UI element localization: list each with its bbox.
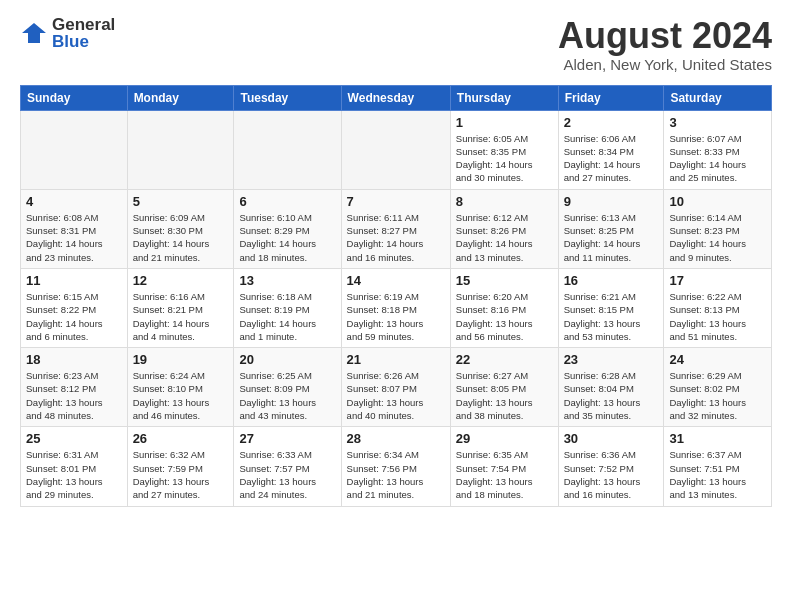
day-number: 5 <box>133 194 229 209</box>
day-info: Sunrise: 6:06 AM Sunset: 8:34 PM Dayligh… <box>564 132 659 185</box>
calendar-cell <box>234 110 341 189</box>
day-info: Sunrise: 6:18 AM Sunset: 8:19 PM Dayligh… <box>239 290 335 343</box>
calendar-cell: 25Sunrise: 6:31 AM Sunset: 8:01 PM Dayli… <box>21 427 128 506</box>
day-info: Sunrise: 6:20 AM Sunset: 8:16 PM Dayligh… <box>456 290 553 343</box>
calendar-cell: 3Sunrise: 6:07 AM Sunset: 8:33 PM Daylig… <box>664 110 772 189</box>
calendar-week-row: 1Sunrise: 6:05 AM Sunset: 8:35 PM Daylig… <box>21 110 772 189</box>
day-number: 7 <box>347 194 445 209</box>
day-number: 8 <box>456 194 553 209</box>
calendar-cell: 7Sunrise: 6:11 AM Sunset: 8:27 PM Daylig… <box>341 189 450 268</box>
calendar-cell: 24Sunrise: 6:29 AM Sunset: 8:02 PM Dayli… <box>664 348 772 427</box>
day-info: Sunrise: 6:37 AM Sunset: 7:51 PM Dayligh… <box>669 448 766 501</box>
calendar-cell: 19Sunrise: 6:24 AM Sunset: 8:10 PM Dayli… <box>127 348 234 427</box>
calendar-cell: 15Sunrise: 6:20 AM Sunset: 8:16 PM Dayli… <box>450 268 558 347</box>
logo-text: General Blue <box>52 16 115 50</box>
day-info: Sunrise: 6:33 AM Sunset: 7:57 PM Dayligh… <box>239 448 335 501</box>
calendar-cell: 13Sunrise: 6:18 AM Sunset: 8:19 PM Dayli… <box>234 268 341 347</box>
calendar-header: SundayMondayTuesdayWednesdayThursdayFrid… <box>21 85 772 110</box>
day-number: 27 <box>239 431 335 446</box>
title-block: August 2024 Alden, New York, United Stat… <box>558 16 772 73</box>
day-number: 9 <box>564 194 659 209</box>
day-info: Sunrise: 6:25 AM Sunset: 8:09 PM Dayligh… <box>239 369 335 422</box>
logo-general: General <box>52 16 115 33</box>
calendar-cell: 4Sunrise: 6:08 AM Sunset: 8:31 PM Daylig… <box>21 189 128 268</box>
calendar-cell: 26Sunrise: 6:32 AM Sunset: 7:59 PM Dayli… <box>127 427 234 506</box>
day-info: Sunrise: 6:10 AM Sunset: 8:29 PM Dayligh… <box>239 211 335 264</box>
weekday-header-thursday: Thursday <box>450 85 558 110</box>
day-info: Sunrise: 6:31 AM Sunset: 8:01 PM Dayligh… <box>26 448 122 501</box>
calendar-cell: 20Sunrise: 6:25 AM Sunset: 8:09 PM Dayli… <box>234 348 341 427</box>
calendar-cell: 21Sunrise: 6:26 AM Sunset: 8:07 PM Dayli… <box>341 348 450 427</box>
calendar-week-row: 11Sunrise: 6:15 AM Sunset: 8:22 PM Dayli… <box>21 268 772 347</box>
day-number: 30 <box>564 431 659 446</box>
page-header: General Blue August 2024 Alden, New York… <box>20 16 772 73</box>
calendar-cell <box>341 110 450 189</box>
day-number: 28 <box>347 431 445 446</box>
day-number: 2 <box>564 115 659 130</box>
weekday-header-wednesday: Wednesday <box>341 85 450 110</box>
day-number: 1 <box>456 115 553 130</box>
day-info: Sunrise: 6:23 AM Sunset: 8:12 PM Dayligh… <box>26 369 122 422</box>
day-info: Sunrise: 6:24 AM Sunset: 8:10 PM Dayligh… <box>133 369 229 422</box>
calendar-cell: 11Sunrise: 6:15 AM Sunset: 8:22 PM Dayli… <box>21 268 128 347</box>
day-info: Sunrise: 6:27 AM Sunset: 8:05 PM Dayligh… <box>456 369 553 422</box>
day-number: 21 <box>347 352 445 367</box>
day-info: Sunrise: 6:35 AM Sunset: 7:54 PM Dayligh… <box>456 448 553 501</box>
day-info: Sunrise: 6:26 AM Sunset: 8:07 PM Dayligh… <box>347 369 445 422</box>
day-info: Sunrise: 6:16 AM Sunset: 8:21 PM Dayligh… <box>133 290 229 343</box>
calendar-cell: 23Sunrise: 6:28 AM Sunset: 8:04 PM Dayli… <box>558 348 664 427</box>
day-number: 4 <box>26 194 122 209</box>
day-info: Sunrise: 6:11 AM Sunset: 8:27 PM Dayligh… <box>347 211 445 264</box>
day-number: 10 <box>669 194 766 209</box>
day-number: 25 <box>26 431 122 446</box>
day-number: 11 <box>26 273 122 288</box>
calendar-week-row: 18Sunrise: 6:23 AM Sunset: 8:12 PM Dayli… <box>21 348 772 427</box>
day-number: 29 <box>456 431 553 446</box>
day-info: Sunrise: 6:14 AM Sunset: 8:23 PM Dayligh… <box>669 211 766 264</box>
calendar-table: SundayMondayTuesdayWednesdayThursdayFrid… <box>20 85 772 507</box>
day-info: Sunrise: 6:28 AM Sunset: 8:04 PM Dayligh… <box>564 369 659 422</box>
day-info: Sunrise: 6:19 AM Sunset: 8:18 PM Dayligh… <box>347 290 445 343</box>
day-info: Sunrise: 6:21 AM Sunset: 8:15 PM Dayligh… <box>564 290 659 343</box>
calendar-cell: 1Sunrise: 6:05 AM Sunset: 8:35 PM Daylig… <box>450 110 558 189</box>
calendar-cell: 10Sunrise: 6:14 AM Sunset: 8:23 PM Dayli… <box>664 189 772 268</box>
day-info: Sunrise: 6:05 AM Sunset: 8:35 PM Dayligh… <box>456 132 553 185</box>
calendar-cell: 17Sunrise: 6:22 AM Sunset: 8:13 PM Dayli… <box>664 268 772 347</box>
weekday-header-monday: Monday <box>127 85 234 110</box>
calendar-cell: 14Sunrise: 6:19 AM Sunset: 8:18 PM Dayli… <box>341 268 450 347</box>
weekday-header-tuesday: Tuesday <box>234 85 341 110</box>
logo-blue: Blue <box>52 33 115 50</box>
day-number: 16 <box>564 273 659 288</box>
weekday-header-friday: Friday <box>558 85 664 110</box>
day-info: Sunrise: 6:32 AM Sunset: 7:59 PM Dayligh… <box>133 448 229 501</box>
day-info: Sunrise: 6:15 AM Sunset: 8:22 PM Dayligh… <box>26 290 122 343</box>
day-info: Sunrise: 6:08 AM Sunset: 8:31 PM Dayligh… <box>26 211 122 264</box>
day-number: 26 <box>133 431 229 446</box>
day-number: 6 <box>239 194 335 209</box>
calendar-cell: 28Sunrise: 6:34 AM Sunset: 7:56 PM Dayli… <box>341 427 450 506</box>
calendar-cell: 9Sunrise: 6:13 AM Sunset: 8:25 PM Daylig… <box>558 189 664 268</box>
day-number: 14 <box>347 273 445 288</box>
location-subtitle: Alden, New York, United States <box>558 56 772 73</box>
day-info: Sunrise: 6:29 AM Sunset: 8:02 PM Dayligh… <box>669 369 766 422</box>
day-number: 15 <box>456 273 553 288</box>
day-info: Sunrise: 6:07 AM Sunset: 8:33 PM Dayligh… <box>669 132 766 185</box>
calendar-cell: 27Sunrise: 6:33 AM Sunset: 7:57 PM Dayli… <box>234 427 341 506</box>
svg-marker-0 <box>22 23 46 43</box>
weekday-header-row: SundayMondayTuesdayWednesdayThursdayFrid… <box>21 85 772 110</box>
calendar-cell: 16Sunrise: 6:21 AM Sunset: 8:15 PM Dayli… <box>558 268 664 347</box>
calendar-cell: 30Sunrise: 6:36 AM Sunset: 7:52 PM Dayli… <box>558 427 664 506</box>
calendar-cell: 8Sunrise: 6:12 AM Sunset: 8:26 PM Daylig… <box>450 189 558 268</box>
day-number: 3 <box>669 115 766 130</box>
day-number: 18 <box>26 352 122 367</box>
day-info: Sunrise: 6:36 AM Sunset: 7:52 PM Dayligh… <box>564 448 659 501</box>
calendar-cell: 2Sunrise: 6:06 AM Sunset: 8:34 PM Daylig… <box>558 110 664 189</box>
calendar-cell: 12Sunrise: 6:16 AM Sunset: 8:21 PM Dayli… <box>127 268 234 347</box>
day-info: Sunrise: 6:22 AM Sunset: 8:13 PM Dayligh… <box>669 290 766 343</box>
calendar-week-row: 4Sunrise: 6:08 AM Sunset: 8:31 PM Daylig… <box>21 189 772 268</box>
calendar-cell: 22Sunrise: 6:27 AM Sunset: 8:05 PM Dayli… <box>450 348 558 427</box>
day-number: 17 <box>669 273 766 288</box>
logo-icon <box>20 19 48 47</box>
calendar-cell: 5Sunrise: 6:09 AM Sunset: 8:30 PM Daylig… <box>127 189 234 268</box>
calendar-cell: 31Sunrise: 6:37 AM Sunset: 7:51 PM Dayli… <box>664 427 772 506</box>
